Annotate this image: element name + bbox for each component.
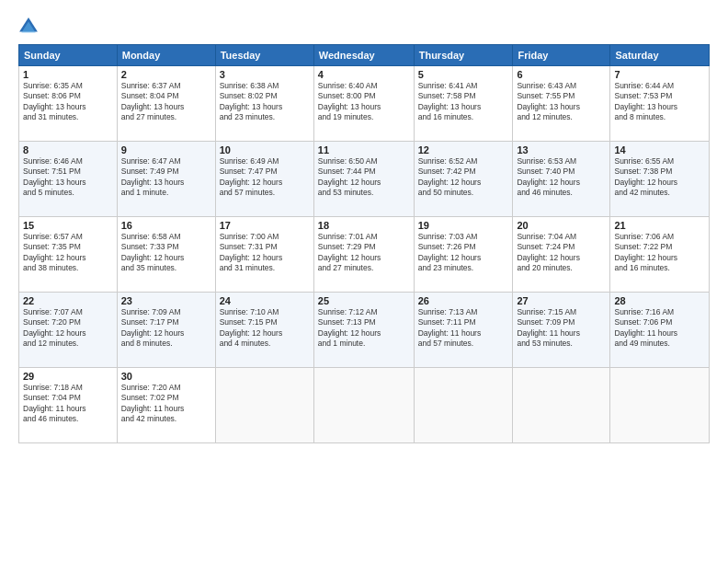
weekday-header: Tuesday xyxy=(215,45,313,66)
day-number: 27 xyxy=(517,295,606,306)
calendar-cell: 17Sunrise: 7:00 AM Sunset: 7:31 PM Dayli… xyxy=(215,217,313,293)
day-number: 7 xyxy=(614,69,705,80)
header xyxy=(18,17,710,37)
calendar-cell: 19Sunrise: 7:03 AM Sunset: 7:26 PM Dayli… xyxy=(414,217,513,293)
day-number: 15 xyxy=(23,220,113,231)
day-info: Sunrise: 7:13 AM Sunset: 7:11 PM Dayligh… xyxy=(418,307,509,350)
day-number: 6 xyxy=(517,69,606,80)
weekday-header: Monday xyxy=(117,45,215,66)
calendar-cell: 1Sunrise: 6:35 AM Sunset: 8:06 PM Daylig… xyxy=(19,66,118,142)
day-number: 4 xyxy=(318,69,410,80)
calendar-cell xyxy=(215,368,313,443)
calendar-cell: 15Sunrise: 6:57 AM Sunset: 7:35 PM Dayli… xyxy=(19,217,118,293)
calendar-cell: 20Sunrise: 7:04 AM Sunset: 7:24 PM Dayli… xyxy=(513,217,610,293)
day-info: Sunrise: 7:20 AM Sunset: 7:02 PM Dayligh… xyxy=(121,383,211,425)
day-info: Sunrise: 6:57 AM Sunset: 7:35 PM Dayligh… xyxy=(23,232,113,274)
calendar-cell: 4Sunrise: 6:40 AM Sunset: 8:00 PM Daylig… xyxy=(313,66,414,142)
day-number: 24 xyxy=(220,295,310,306)
calendar-cell: 29Sunrise: 7:18 AM Sunset: 7:04 PM Dayli… xyxy=(19,368,118,443)
calendar-cell: 8Sunrise: 6:46 AM Sunset: 7:51 PM Daylig… xyxy=(19,142,118,217)
day-number: 20 xyxy=(517,220,606,231)
day-info: Sunrise: 6:47 AM Sunset: 7:49 PM Dayligh… xyxy=(121,156,211,199)
page: SundayMondayTuesdayWednesdayThursdayFrid… xyxy=(0,0,728,563)
calendar-week-row: 22Sunrise: 7:07 AM Sunset: 7:20 PM Dayli… xyxy=(19,293,710,368)
day-info: Sunrise: 6:53 AM Sunset: 7:40 PM Dayligh… xyxy=(517,156,606,199)
day-number: 16 xyxy=(121,220,211,231)
day-info: Sunrise: 7:16 AM Sunset: 7:06 PM Dayligh… xyxy=(614,307,705,350)
calendar-cell: 28Sunrise: 7:16 AM Sunset: 7:06 PM Dayli… xyxy=(610,293,710,368)
day-info: Sunrise: 6:52 AM Sunset: 7:42 PM Dayligh… xyxy=(418,156,509,199)
day-number: 28 xyxy=(614,295,705,306)
day-info: Sunrise: 6:55 AM Sunset: 7:38 PM Dayligh… xyxy=(614,156,705,199)
day-info: Sunrise: 7:01 AM Sunset: 7:29 PM Dayligh… xyxy=(318,232,410,274)
day-info: Sunrise: 7:07 AM Sunset: 7:20 PM Dayligh… xyxy=(23,307,113,350)
calendar-cell: 18Sunrise: 7:01 AM Sunset: 7:29 PM Dayli… xyxy=(313,217,414,293)
calendar-cell: 30Sunrise: 7:20 AM Sunset: 7:02 PM Dayli… xyxy=(117,368,215,443)
calendar-week-row: 29Sunrise: 7:18 AM Sunset: 7:04 PM Dayli… xyxy=(19,368,710,443)
day-info: Sunrise: 7:09 AM Sunset: 7:17 PM Dayligh… xyxy=(121,307,211,350)
day-info: Sunrise: 7:10 AM Sunset: 7:15 PM Dayligh… xyxy=(220,307,310,350)
calendar-cell: 14Sunrise: 6:55 AM Sunset: 7:38 PM Dayli… xyxy=(610,142,710,217)
day-number: 2 xyxy=(121,69,211,80)
day-number: 14 xyxy=(614,144,705,155)
day-number: 3 xyxy=(220,69,310,80)
day-info: Sunrise: 6:49 AM Sunset: 7:47 PM Dayligh… xyxy=(220,156,310,199)
calendar-cell: 3Sunrise: 6:38 AM Sunset: 8:02 PM Daylig… xyxy=(215,66,313,142)
day-number: 17 xyxy=(220,220,310,231)
weekday-header: Wednesday xyxy=(313,45,414,66)
day-info: Sunrise: 6:38 AM Sunset: 8:02 PM Dayligh… xyxy=(220,81,310,123)
calendar-cell xyxy=(313,368,414,443)
day-info: Sunrise: 6:35 AM Sunset: 8:06 PM Dayligh… xyxy=(23,81,113,123)
day-number: 10 xyxy=(220,144,310,155)
day-info: Sunrise: 7:04 AM Sunset: 7:24 PM Dayligh… xyxy=(517,232,606,274)
calendar-cell: 7Sunrise: 6:44 AM Sunset: 7:53 PM Daylig… xyxy=(610,66,710,142)
day-number: 1 xyxy=(23,69,113,80)
calendar-cell: 13Sunrise: 6:53 AM Sunset: 7:40 PM Dayli… xyxy=(513,142,610,217)
day-info: Sunrise: 6:44 AM Sunset: 7:53 PM Dayligh… xyxy=(614,81,705,123)
day-number: 22 xyxy=(23,295,113,306)
calendar-cell: 21Sunrise: 7:06 AM Sunset: 7:22 PM Dayli… xyxy=(610,217,710,293)
day-number: 23 xyxy=(121,295,211,306)
weekday-header: Friday xyxy=(513,45,610,66)
day-info: Sunrise: 7:15 AM Sunset: 7:09 PM Dayligh… xyxy=(517,307,606,350)
weekday-header: Thursday xyxy=(414,45,513,66)
calendar-cell: 26Sunrise: 7:13 AM Sunset: 7:11 PM Dayli… xyxy=(414,293,513,368)
calendar-cell: 9Sunrise: 6:47 AM Sunset: 7:49 PM Daylig… xyxy=(117,142,215,217)
calendar-cell: 24Sunrise: 7:10 AM Sunset: 7:15 PM Dayli… xyxy=(215,293,313,368)
day-number: 11 xyxy=(318,144,410,155)
calendar-cell: 2Sunrise: 6:37 AM Sunset: 8:04 PM Daylig… xyxy=(117,66,215,142)
calendar-cell: 23Sunrise: 7:09 AM Sunset: 7:17 PM Dayli… xyxy=(117,293,215,368)
logo xyxy=(18,17,42,37)
day-info: Sunrise: 7:03 AM Sunset: 7:26 PM Dayligh… xyxy=(418,232,509,274)
calendar-cell xyxy=(513,368,610,443)
calendar-cell: 10Sunrise: 6:49 AM Sunset: 7:47 PM Dayli… xyxy=(215,142,313,217)
day-number: 25 xyxy=(318,295,410,306)
day-number: 29 xyxy=(23,371,113,382)
calendar-header-row: SundayMondayTuesdayWednesdayThursdayFrid… xyxy=(19,45,710,66)
calendar-cell xyxy=(610,368,710,443)
day-info: Sunrise: 6:46 AM Sunset: 7:51 PM Dayligh… xyxy=(23,156,113,199)
calendar-cell: 16Sunrise: 6:58 AM Sunset: 7:33 PM Dayli… xyxy=(117,217,215,293)
day-info: Sunrise: 7:06 AM Sunset: 7:22 PM Dayligh… xyxy=(614,232,705,274)
calendar-week-row: 8Sunrise: 6:46 AM Sunset: 7:51 PM Daylig… xyxy=(19,142,710,217)
day-number: 21 xyxy=(614,220,705,231)
calendar-table: SundayMondayTuesdayWednesdayThursdayFrid… xyxy=(18,44,710,443)
calendar-cell: 25Sunrise: 7:12 AM Sunset: 7:13 PM Dayli… xyxy=(313,293,414,368)
calendar-week-row: 1Sunrise: 6:35 AM Sunset: 8:06 PM Daylig… xyxy=(19,66,710,142)
day-number: 13 xyxy=(517,144,606,155)
calendar-cell: 5Sunrise: 6:41 AM Sunset: 7:58 PM Daylig… xyxy=(414,66,513,142)
day-info: Sunrise: 6:40 AM Sunset: 8:00 PM Dayligh… xyxy=(318,81,410,123)
day-number: 5 xyxy=(418,69,509,80)
day-number: 9 xyxy=(121,144,211,155)
day-number: 18 xyxy=(318,220,410,231)
day-info: Sunrise: 7:12 AM Sunset: 7:13 PM Dayligh… xyxy=(318,307,410,350)
day-info: Sunrise: 6:58 AM Sunset: 7:33 PM Dayligh… xyxy=(121,232,211,274)
day-number: 19 xyxy=(418,220,509,231)
calendar-cell: 11Sunrise: 6:50 AM Sunset: 7:44 PM Dayli… xyxy=(313,142,414,217)
logo-icon xyxy=(18,17,39,37)
day-info: Sunrise: 6:37 AM Sunset: 8:04 PM Dayligh… xyxy=(121,81,211,123)
calendar-cell: 12Sunrise: 6:52 AM Sunset: 7:42 PM Dayli… xyxy=(414,142,513,217)
weekday-header: Saturday xyxy=(610,45,710,66)
calendar-cell xyxy=(414,368,513,443)
calendar-week-row: 15Sunrise: 6:57 AM Sunset: 7:35 PM Dayli… xyxy=(19,217,710,293)
